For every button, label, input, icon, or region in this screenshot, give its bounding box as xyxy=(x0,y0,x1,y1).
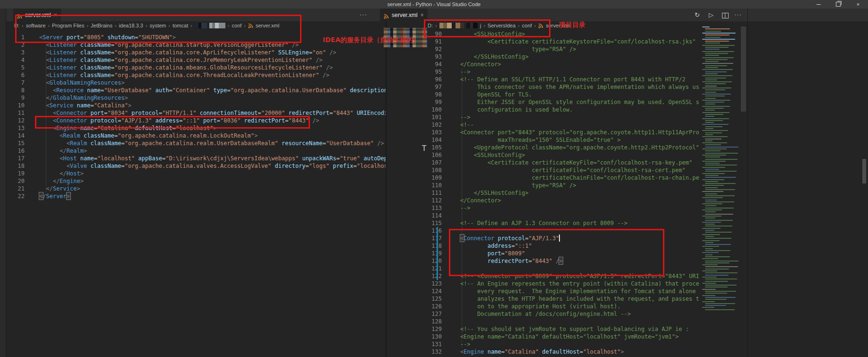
code-line[interactable]: 118 address="::1" xyxy=(387,242,699,250)
code-line[interactable]: 96 <!-- Define an SSL/TLS HTTP/1.1 Conne… xyxy=(387,76,699,83)
breadcrumb-censored-segment[interactable] xyxy=(209,23,225,28)
tab-close-icon[interactable]: × xyxy=(421,12,424,18)
run-icon[interactable]: ▷ xyxy=(709,11,713,18)
code-line[interactable]: 130 <Engine name="Catalina" defaultHost=… xyxy=(387,333,699,340)
code-line[interactable]: 122 <!-- <Connector port="8009" protocol… xyxy=(387,272,699,280)
code-line[interactable]: 107 <Certificate certificateKeyFile="con… xyxy=(387,159,699,166)
code-line[interactable]: 126 on to the appropriate Host (virtual … xyxy=(387,303,699,310)
code-line[interactable]: 18 <Valve className="org.apache.catalina… xyxy=(6,162,386,170)
breadcrumb-segment[interactable]: Program Files xyxy=(52,23,84,28)
code-line[interactable]: 100 configuration is used below. xyxy=(387,106,699,113)
code-line[interactable]: 6 <Listener className="org.apache.catali… xyxy=(6,71,386,79)
code-line[interactable]: 112 </Connector> xyxy=(387,197,699,204)
breadcrumb-segment[interactable]: tomcat xyxy=(172,23,188,28)
code-line[interactable]: 17 <Host name="localhost" appBase="D:\ir… xyxy=(6,155,386,162)
code-line[interactable]: 117 <Connector protocol="AJP/1.3" xyxy=(387,235,699,242)
code-line[interactable]: 115 <!-- Define an AJP 1.3 Connector on … xyxy=(387,219,699,227)
code-line[interactable]: 113 --> xyxy=(387,204,699,212)
code-line[interactable]: 9 </GlobalNamingResources> xyxy=(6,94,386,102)
more-actions-icon[interactable]: ··· xyxy=(734,11,742,18)
code-line[interactable]: 19 </Host> xyxy=(6,170,386,177)
breadcrumb-segment[interactable]: JetBrains xyxy=(91,23,112,28)
code-line[interactable]: 5 <Listener className="org.apache.catali… xyxy=(6,64,386,71)
sync-changes-icon[interactable]: ↻ xyxy=(695,11,700,18)
code-line[interactable]: 8 <Resource name="UserDatabase" auth="Co… xyxy=(6,87,386,94)
code-line[interactable]: 124 every request. The Engine implementa… xyxy=(387,287,699,295)
code-line[interactable]: 14 <Realm className="org.apache.catalina… xyxy=(6,132,386,139)
code-line[interactable]: 108 certificateFile="conf/localhost-rsa-… xyxy=(387,166,699,174)
scrollbar-slider[interactable] xyxy=(741,26,746,112)
code-line[interactable]: 99 Either JSSE or OpenSSL style configur… xyxy=(387,98,699,106)
code-line[interactable]: 92 type="RSA" /> xyxy=(387,45,699,53)
code-line[interactable]: 119 port="8009" xyxy=(387,250,699,257)
code-line[interactable]: 123 <!-- An Engine represents the entry … xyxy=(387,280,699,287)
breadcrumb-segment[interactable]: conf xyxy=(522,23,532,28)
minimap[interactable] xyxy=(701,26,741,314)
minimize-button-icon[interactable] xyxy=(808,0,828,9)
minimap-line-mark xyxy=(705,226,732,226)
code-line[interactable]: 91 <Certificate certificateKeystoreFile=… xyxy=(387,38,699,45)
code-line[interactable]: 101 --> xyxy=(387,113,699,121)
close-button-icon[interactable]: × xyxy=(848,0,868,9)
breadcrumb-segment[interactable]: server.xml xyxy=(256,23,279,28)
code-line[interactable]: 103 <Connector port="8443" protocol="org… xyxy=(387,129,699,136)
code-line[interactable]: 10 <Service name="Catalina"> xyxy=(6,102,386,109)
code-line[interactable]: 93 </SSLHostConfig> xyxy=(387,53,699,61)
tab-server-xml-right[interactable]: server.xml × xyxy=(380,9,428,21)
breadcrumb-segment[interactable]: software xyxy=(26,23,46,28)
code-editor-left[interactable]: 1<Server port="8005" shutdown="SHUTDOWN"… xyxy=(6,34,386,357)
code-line[interactable]: 116 xyxy=(387,227,699,235)
code-line[interactable]: 114 xyxy=(387,212,699,219)
code-editor-right[interactable]: 90 <SSLHostConfig>91 <Certificate certif… xyxy=(387,30,699,357)
breadcrumb-left[interactable]: D:›software›Program Files›JetBrains›idea… xyxy=(14,21,279,30)
breadcrumb-segment[interactable]: idea18.3.3 xyxy=(119,23,143,28)
code-line[interactable]: 3 <Listener className="org.apache.catali… xyxy=(6,49,386,56)
code-line[interactable]: 16 </Realm> xyxy=(6,147,386,155)
code-line[interactable]: 110 type="RSA" /> xyxy=(387,182,699,189)
restore-button-icon[interactable] xyxy=(828,0,848,9)
code-line[interactable]: 13 <Engine name="Catalina" defaultHost="… xyxy=(6,124,386,132)
code-line[interactable]: 131 --> xyxy=(387,340,699,348)
code-line[interactable]: 21 </Service> xyxy=(6,185,386,192)
breadcrumb-segment[interactable]: D: xyxy=(14,23,19,28)
breadcrumb-segment[interactable]: D: xyxy=(428,23,433,28)
code-line[interactable]: 94 </Connector> xyxy=(387,61,699,68)
code-line[interactable]: 105 <UpgradeProtocol className="org.apac… xyxy=(387,144,699,151)
code-line[interactable]: 125 analyzes the HTTP headers included w… xyxy=(387,295,699,303)
code-line[interactable]: 120 redirectPort="8443" /> xyxy=(387,257,699,265)
code-line[interactable]: 102 <!-- xyxy=(387,121,699,129)
breadcrumb-segment[interactable]: j xyxy=(480,23,481,28)
breadcrumb-segment[interactable]: conf xyxy=(232,23,242,28)
code-line[interactable]: 109 certificateChainFile="conf/localhost… xyxy=(387,174,699,182)
code-line[interactable]: 104 maxThreads="150" SSLEnabled="true" > xyxy=(387,136,699,144)
breadcrumb-segment[interactable]: ServersIdea xyxy=(488,23,516,28)
tab-server-xml-left[interactable]: server.xml × xyxy=(13,9,61,21)
code-line[interactable]: 4 <Listener className="org.apache.catali… xyxy=(6,56,386,64)
code-line[interactable]: 98 OpenSSL for TLS. xyxy=(387,91,699,98)
breadcrumb-segment[interactable]: system xyxy=(150,23,166,28)
tab-close-icon[interactable]: × xyxy=(54,12,57,18)
code-line[interactable]: 111 </SSLHostConfig> xyxy=(387,189,699,197)
code-line[interactable]: 15 <Realm className="org.apache.catalina… xyxy=(6,139,386,147)
code-line[interactable]: 7 <GlobalNamingResources> xyxy=(6,79,386,87)
code-line[interactable]: 22</Server> xyxy=(6,192,386,200)
breadcrumb-censored-segment[interactable] xyxy=(195,23,207,28)
code-line[interactable]: 97 This connector uses the APR/native im… xyxy=(387,83,699,91)
more-actions-icon[interactable]: ··· xyxy=(360,11,367,18)
code-line[interactable]: 106 <SSLHostConfig> xyxy=(387,151,699,159)
breadcrumb-right[interactable]: D:›j›ServersIdea›conf›server.xml xyxy=(428,21,569,30)
code-line[interactable]: 128 xyxy=(387,318,699,325)
code-line[interactable]: 12 <Connector protocol="AJP/1.3" address… xyxy=(6,117,386,124)
code-line[interactable]: 132 <Engine name="Catalina" defaultHost=… xyxy=(387,348,699,356)
scrollbar-slider[interactable] xyxy=(862,159,866,183)
code-line[interactable]: 20 </Engine> xyxy=(6,177,386,185)
breadcrumb-censored-segment[interactable] xyxy=(439,23,464,28)
code-line[interactable]: 95 --> xyxy=(387,68,699,76)
code-line[interactable]: 11 <Connector port="8034" protocol="HTTP… xyxy=(6,109,386,117)
code-line[interactable]: 121 xyxy=(387,265,699,272)
code-line[interactable]: 90 <SSLHostConfig> xyxy=(387,30,699,38)
split-editor-icon[interactable] xyxy=(722,13,729,18)
code-line[interactable]: 127 Documentation at /docs/config/engine… xyxy=(387,310,699,318)
breadcrumb-censored-segment[interactable] xyxy=(466,23,478,28)
code-line[interactable]: 129 <!-- You should set jvmRoute to supp… xyxy=(387,325,699,333)
